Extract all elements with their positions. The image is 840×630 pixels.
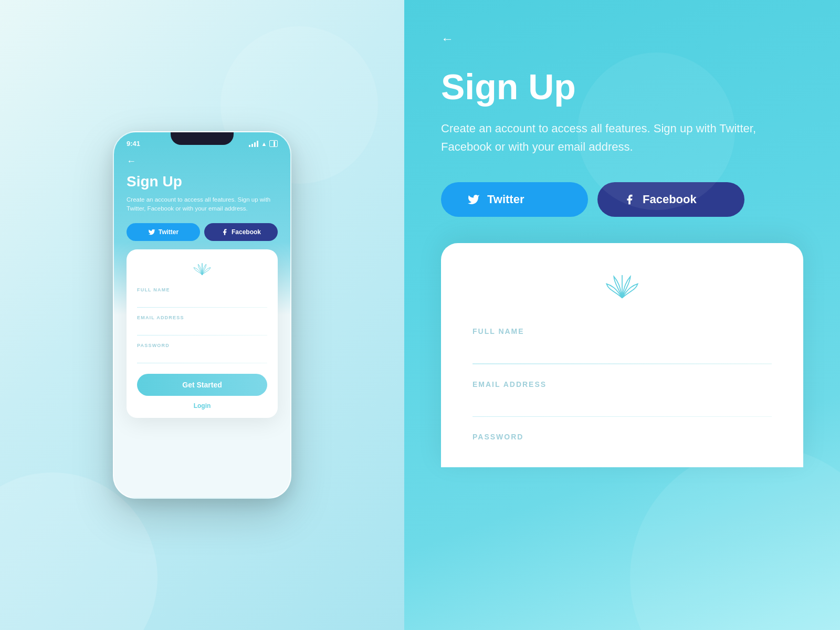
facebook-icon-small (221, 228, 228, 236)
password-field-large: PASSWORD (472, 433, 772, 441)
battery-icon: ▐ (269, 140, 278, 147)
status-time: 9:41 (127, 140, 140, 148)
email-field: EMAIL ADDRESS (137, 315, 267, 335)
field-divider-2 (137, 335, 267, 335)
email-input[interactable] (137, 324, 267, 331)
lotus-svg-small (192, 260, 212, 280)
phone-frame: 9:41 ▲ ▐ ← Sign Up Create an account to … (113, 131, 291, 499)
status-icons: ▲ ▐ (249, 140, 278, 147)
right-subtitle: Create an account to access all features… (441, 119, 798, 156)
get-started-button[interactable]: Get Started (137, 374, 267, 396)
email-label-large: EMAIL ADDRESS (472, 380, 772, 388)
full-name-label-large: FULL NAME (472, 327, 772, 335)
twitter-label-large: Twitter (487, 193, 524, 206)
right-panel: ← Sign Up Create an account to access al… (404, 0, 840, 630)
full-name-input-large[interactable] (472, 341, 772, 356)
phone-notch (171, 132, 234, 145)
twitter-icon-small (148, 228, 155, 236)
twitter-button-large[interactable]: Twitter (441, 182, 588, 217)
social-buttons-large: Twitter Facebook (441, 182, 803, 217)
facebook-label-large: Facebook (643, 193, 697, 206)
lotus-logo-large (472, 269, 772, 306)
field-divider-large (472, 363, 772, 364)
field-divider-3 (137, 363, 267, 363)
email-input-large[interactable] (472, 394, 772, 409)
full-name-label: FULL NAME (137, 287, 267, 292)
phone-sign-up-subtitle: Create an account to access all features… (127, 195, 278, 214)
phone-sign-up-title: Sign Up (127, 173, 278, 190)
twitter-label-small: Twitter (159, 228, 178, 236)
signal-icon (249, 141, 258, 147)
password-input[interactable] (137, 352, 267, 359)
facebook-button-small[interactable]: Facebook (204, 223, 278, 241)
full-name-field-large: FULL NAME (472, 327, 772, 364)
password-label: PASSWORD (137, 343, 267, 348)
twitter-icon-large (467, 193, 480, 206)
lotus-logo-small (137, 260, 267, 280)
form-card-small: FULL NAME EMAIL ADDRESS PASSWORD (127, 249, 278, 418)
email-label: EMAIL ADDRESS (137, 315, 267, 320)
full-name-field: FULL NAME (137, 287, 267, 308)
social-buttons-row: Twitter Facebook (127, 223, 278, 241)
back-button-small[interactable]: ← (127, 156, 278, 167)
back-button-large[interactable]: ← (441, 32, 454, 46)
phone-content: ← Sign Up Create an account to access al… (114, 151, 290, 428)
field-divider-large-2 (472, 416, 772, 417)
right-sign-up-title: Sign Up (441, 67, 803, 107)
form-card-large: FULL NAME EMAIL ADDRESS PASSWORD (441, 243, 803, 467)
facebook-label-small: Facebook (232, 228, 261, 236)
wifi-icon: ▲ (261, 141, 267, 147)
password-label-large: PASSWORD (472, 433, 772, 441)
phone-mockup: 9:41 ▲ ▐ ← Sign Up Create an account to … (113, 131, 291, 499)
full-name-input[interactable] (137, 296, 267, 303)
field-divider (137, 307, 267, 308)
lotus-svg-large (604, 269, 640, 306)
password-field: PASSWORD (137, 343, 267, 363)
email-field-large: EMAIL ADDRESS (472, 380, 772, 417)
twitter-button-small[interactable]: Twitter (127, 223, 200, 241)
login-link[interactable]: Login (137, 402, 267, 410)
facebook-button-large[interactable]: Facebook (597, 182, 744, 217)
left-panel: 9:41 ▲ ▐ ← Sign Up Create an account to … (0, 0, 404, 630)
facebook-icon-large (624, 194, 635, 205)
